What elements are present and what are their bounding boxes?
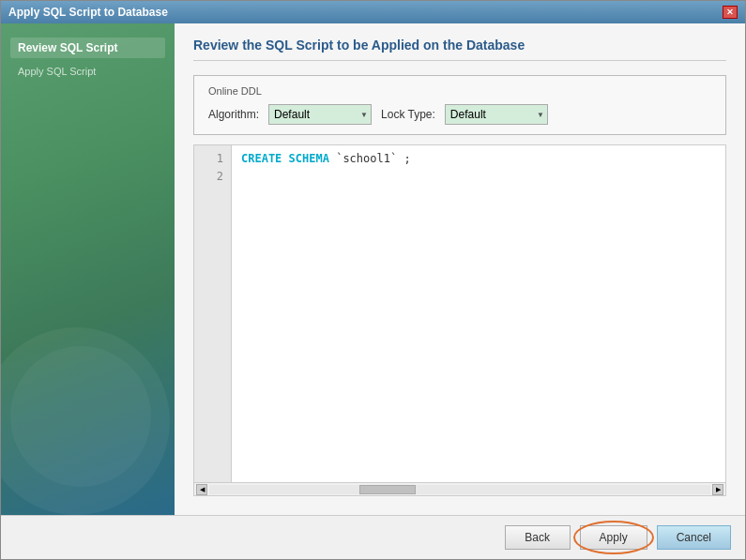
horizontal-scrollbar[interactable]: ◀ ▶: [194, 482, 725, 495]
algorithm-select[interactable]: Default Inplace Copy: [268, 104, 372, 125]
close-icon: ✕: [726, 8, 734, 17]
title-bar: Apply SQL Script to Database ✕: [1, 1, 745, 23]
sidebar: Review SQL Script Apply SQL Script: [1, 23, 175, 515]
cancel-button[interactable]: Cancel: [657, 525, 731, 550]
line-number-1: 1: [202, 150, 223, 168]
keyword-create: CREATE SCHEMA: [241, 152, 329, 165]
scroll-track[interactable]: [209, 485, 710, 494]
scroll-thumb[interactable]: [359, 485, 416, 494]
apply-sql-dialog: Apply SQL Script to Database ✕ Review SQ…: [0, 0, 746, 560]
content-title: Review the SQL Script to be Applied on t…: [193, 38, 726, 61]
line-number-2: 2: [202, 168, 223, 186]
scroll-left-arrow[interactable]: ◀: [196, 484, 207, 495]
dialog-body: Review SQL Script Apply SQL Script Revie…: [1, 23, 745, 515]
scroll-right-arrow[interactable]: ▶: [712, 484, 723, 495]
line-numbers: 1 2: [194, 145, 232, 482]
apply-button[interactable]: Apply: [580, 525, 647, 550]
online-ddl-label: Online DDL: [208, 85, 711, 97]
code-content: 1 2 CREATE SCHEMA `school1` ;: [194, 145, 725, 482]
dialog-footer: Back Apply Cancel: [1, 515, 745, 559]
online-ddl-section: Online DDL Algorithm: Default Inplace Co…: [193, 75, 726, 135]
code-editor: 1 2 CREATE SCHEMA `school1` ; ◀ ▶: [193, 144, 726, 496]
lock-type-select[interactable]: Default None Shared Exclusive: [445, 104, 548, 125]
sidebar-item-apply-sql[interactable]: Apply SQL Script: [10, 62, 165, 81]
lock-type-select-wrapper[interactable]: Default None Shared Exclusive: [445, 104, 548, 125]
lock-type-label: Lock Type:: [381, 108, 435, 121]
close-button[interactable]: ✕: [723, 6, 738, 19]
algorithm-select-wrapper[interactable]: Default Inplace Copy: [268, 104, 372, 125]
dialog-title: Apply SQL Script to Database: [8, 6, 168, 19]
back-button[interactable]: Back: [505, 525, 571, 550]
sidebar-item-label: Review SQL Script: [18, 41, 117, 54]
ddl-controls: Algorithm: Default Inplace Copy Lock Typ…: [208, 104, 711, 125]
code-text[interactable]: CREATE SCHEMA `school1` ;: [232, 145, 725, 482]
schema-name: `school1` ;: [336, 152, 410, 165]
algorithm-label: Algorithm:: [208, 108, 259, 121]
content-area: Review the SQL Script to be Applied on t…: [175, 23, 745, 515]
sidebar-item-label: Apply SQL Script: [18, 66, 96, 77]
sidebar-item-review-sql[interactable]: Review SQL Script: [10, 38, 165, 58]
title-bar-buttons: ✕: [723, 6, 738, 19]
